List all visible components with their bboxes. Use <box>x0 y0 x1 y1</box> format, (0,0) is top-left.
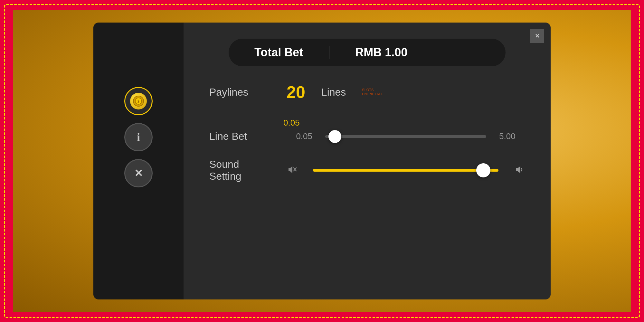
outer-wrapper: $ i ✕ ✕ Total Bet <box>13 10 631 312</box>
close-icon: ✕ <box>134 167 143 179</box>
line-bet-section: 0.05 Line Bet 0.05 5.00 <box>209 118 525 142</box>
line-bet-slider[interactable] <box>325 135 486 138</box>
sound-track <box>313 169 498 172</box>
chip-icon: $ <box>130 93 147 109</box>
total-bet-label: Total Bet <box>254 46 303 59</box>
line-bet-label: Line Bet <box>209 130 274 142</box>
svg-text:$: $ <box>137 99 139 104</box>
game-panel: $ i ✕ ✕ Total Bet <box>93 23 551 299</box>
speaker-muted-icon <box>287 165 297 176</box>
sound-setting-label: Sound Setting <box>209 158 274 182</box>
line-bet-min: 0.05 <box>287 131 312 141</box>
watermark-line2: ONLINE FREE <box>362 92 384 96</box>
speaker-icon <box>515 165 525 176</box>
watermark-line1: SLOTS <box>362 88 384 92</box>
sound-setting-row: Sound Setting <box>209 158 525 182</box>
sound-thumb[interactable] <box>476 163 490 177</box>
close-sidebar-button[interactable]: ✕ <box>124 159 153 187</box>
total-bet-pill: Total Bet RMB 1.00 <box>229 39 506 66</box>
info-button[interactable]: i <box>124 123 153 151</box>
total-bet-value: RMB 1.00 <box>355 46 407 59</box>
sound-slider[interactable] <box>313 168 498 172</box>
svg-marker-6 <box>516 166 520 173</box>
line-bet-max: 5.00 <box>499 131 525 141</box>
main-content: ✕ Total Bet RMB 1.00 Paylines 20 Lines S… <box>184 23 551 299</box>
paylines-label: Paylines <box>209 86 274 98</box>
line-bet-current-value: 0.05 <box>283 118 300 128</box>
window-close-button[interactable]: ✕ <box>530 29 544 43</box>
paylines-row: Paylines 20 Lines SLOTS ONLINE FREE <box>209 82 525 102</box>
left-sidebar: $ i ✕ <box>93 23 184 299</box>
speaker-svg <box>515 165 525 175</box>
chip-svg: $ <box>133 95 144 107</box>
svg-marker-3 <box>289 166 292 173</box>
paylines-number: 20 <box>287 82 305 102</box>
line-bet-track <box>325 135 486 138</box>
window-close-icon: ✕ <box>535 33 540 40</box>
line-bet-thumb[interactable] <box>328 130 341 143</box>
paylines-unit: Lines <box>321 86 346 98</box>
total-bet-row: Total Bet RMB 1.00 <box>209 39 525 66</box>
bet-separator <box>329 46 329 59</box>
chip-button[interactable]: $ <box>124 87 153 115</box>
info-icon: i <box>137 130 140 144</box>
watermark: SLOTS ONLINE FREE <box>362 88 384 96</box>
sound-setting-section: Sound Setting <box>209 158 525 182</box>
speaker-muted-svg <box>287 165 297 175</box>
line-bet-row: Line Bet 0.05 5.00 <box>209 130 525 142</box>
